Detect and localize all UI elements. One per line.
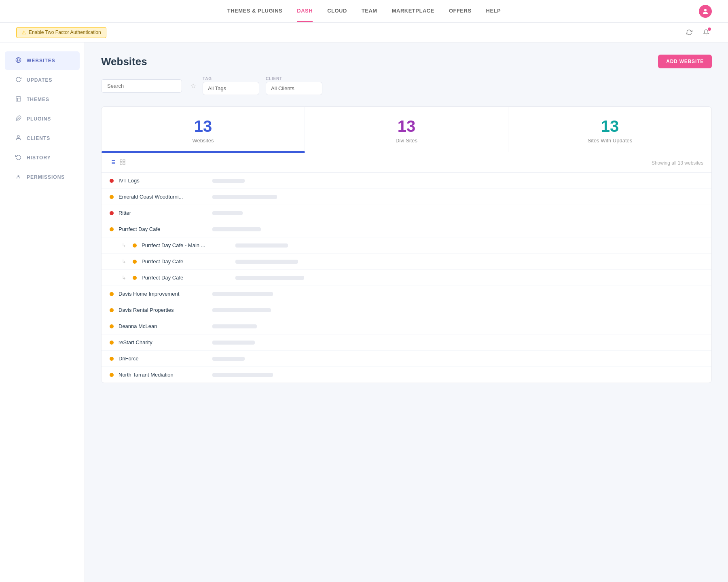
row-meta (212, 308, 703, 312)
favorite-filter-icon[interactable]: ☆ (190, 82, 196, 90)
nav-help[interactable]: HELP (486, 0, 501, 22)
sidebar-item-plugins[interactable]: PLUGINS (5, 110, 80, 128)
blurred-url (212, 227, 261, 231)
sidebar-item-permissions[interactable]: PERMISSIONS (5, 168, 80, 186)
sub-row-arrow: ↳ (122, 242, 126, 248)
site-name: IVT Logs (119, 178, 207, 184)
notification-badge (708, 28, 711, 31)
site-name: Ritter (119, 210, 207, 216)
notification-icon[interactable] (700, 27, 712, 38)
table-row[interactable]: Purrfect Day Cafe (102, 221, 711, 237)
status-dot (110, 179, 114, 183)
table-row[interactable]: North Tarrant Mediation (102, 367, 711, 383)
status-dot (110, 308, 114, 312)
sidebar-item-themes[interactable]: THEMES (5, 90, 80, 109)
tag-select[interactable]: All Tags (203, 82, 259, 95)
stats-row: 13 Websites 13 Divi Sites 13 Sites With … (101, 106, 712, 152)
blurred-url (235, 276, 304, 280)
status-dot (110, 195, 114, 199)
sidebar-label-history: HISTORY (27, 155, 51, 161)
blurred-url (212, 373, 273, 377)
sidebar-item-history[interactable]: HISTORY (5, 148, 80, 167)
table-row[interactable]: Davis Home Improvement (102, 286, 711, 302)
grid-view-icon[interactable] (119, 159, 126, 167)
client-select[interactable]: All Clients (266, 82, 322, 95)
row-meta (212, 179, 703, 183)
table-row[interactable]: Ritter (102, 205, 711, 221)
svg-rect-14 (123, 160, 125, 162)
permissions-icon (15, 174, 22, 181)
table-row[interactable]: Davis Rental Properties (102, 302, 711, 318)
row-meta (235, 243, 703, 248)
site-name: Davis Home Improvement (119, 291, 207, 297)
row-meta (212, 341, 703, 345)
svg-rect-16 (123, 163, 125, 165)
stat-divi-number: 13 (313, 118, 500, 134)
stat-updates[interactable]: 13 Sites With Updates (508, 107, 711, 152)
blurred-url (212, 292, 273, 296)
updates-icon (15, 76, 22, 84)
blurred-url (212, 195, 277, 199)
blurred-url (212, 211, 243, 215)
table-row[interactable]: ↳ Purrfect Day Cafe (102, 254, 711, 270)
list-view-icon[interactable] (110, 159, 116, 167)
tab-bar (101, 152, 712, 153)
table-row[interactable]: IVT Logs (102, 173, 711, 189)
site-name: Purrfect Day Cafe (142, 275, 231, 281)
alert-text: Enable Two Factor Authentication (29, 30, 101, 35)
stat-divi-sites[interactable]: 13 Divi Sites (305, 107, 508, 152)
svg-point-5 (17, 135, 19, 138)
nav-cloud[interactable]: CLOUD (327, 0, 347, 22)
nav-dash[interactable]: DASH (297, 0, 313, 22)
table-row[interactable]: ↳ Purrfect Day Cafe (102, 270, 711, 286)
refresh-icon[interactable] (684, 27, 695, 38)
sidebar-label-plugins: PLUGINS (27, 116, 51, 122)
add-website-button[interactable]: ADD WEBSITE (658, 55, 712, 68)
table-row[interactable]: DriForce (102, 351, 711, 367)
row-meta (235, 276, 703, 280)
blurred-url (212, 341, 255, 345)
table-toolbar: Showing all 13 websites (102, 153, 711, 173)
tag-label: TAG (203, 76, 259, 81)
sidebar-item-updates[interactable]: UPDATES (5, 71, 80, 89)
nav-themes-plugins[interactable]: THEMES & PLUGINS (227, 0, 283, 22)
status-dot (110, 211, 114, 215)
client-filter-group: CLIENT All Clients (266, 76, 322, 95)
nav-team[interactable]: TEAM (362, 0, 377, 22)
status-dot (110, 324, 114, 328)
nav-marketplace[interactable]: MARKETPLACE (392, 0, 434, 22)
site-name: DriForce (119, 356, 207, 362)
sub-row-arrow: ↳ (122, 258, 126, 265)
site-name: Purrfect Day Cafe (142, 258, 231, 265)
site-name: Purrfect Day Cafe - Main ... (142, 242, 231, 248)
site-name: Deanna McLean (119, 323, 207, 329)
search-input[interactable] (101, 79, 182, 93)
sidebar-label-clients: CLIENTS (27, 135, 50, 141)
status-dot (133, 243, 137, 248)
stat-websites[interactable]: 13 Websites (102, 107, 305, 152)
nav-offers[interactable]: OFFERS (449, 0, 472, 22)
sidebar-item-websites[interactable]: WEBSITES (5, 51, 80, 70)
top-nav: THEMES & PLUGINS DASH CLOUD TEAM MARKETP… (0, 0, 728, 23)
showing-count-text: Showing all 13 websites (652, 160, 703, 166)
svg-rect-13 (120, 160, 122, 162)
table-row[interactable]: Emerald Coast Woodturni... (102, 189, 711, 205)
sidebar-item-clients[interactable]: CLIENTS (5, 129, 80, 148)
site-name: reStart Charity (119, 339, 207, 345)
nav-links: THEMES & PLUGINS DASH CLOUD TEAM MARKETP… (227, 0, 501, 22)
table-row[interactable]: reStart Charity (102, 334, 711, 351)
row-meta (212, 373, 703, 377)
client-label: CLIENT (266, 76, 322, 81)
user-avatar[interactable] (699, 5, 712, 18)
two-factor-alert[interactable]: ⚠ Enable Two Factor Authentication (16, 27, 106, 38)
table-row[interactable]: Deanna McLean (102, 318, 711, 334)
table-row[interactable]: ↳ Purrfect Day Cafe - Main ... (102, 237, 711, 254)
row-meta (235, 260, 703, 264)
blurred-url (235, 260, 298, 264)
site-name: Davis Rental Properties (119, 307, 207, 313)
stat-updates-number: 13 (516, 118, 703, 134)
blurred-url (212, 308, 271, 312)
stat-websites-label: Websites (110, 138, 296, 144)
status-dot (110, 341, 114, 345)
page-title: Websites (101, 55, 147, 68)
